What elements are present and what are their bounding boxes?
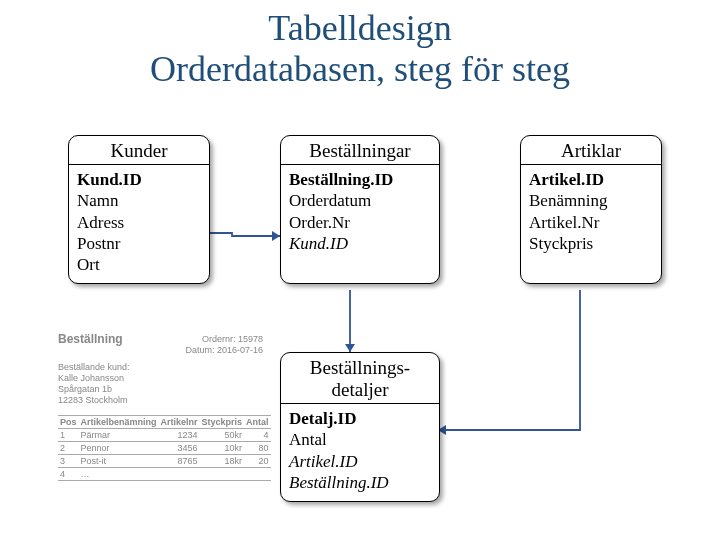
table-fields-artiklar: Artikel.ID Benämning Artikel.Nr Styckpri… xyxy=(521,164,661,283)
field: Order.Nr xyxy=(289,212,431,233)
table-artiklar: Artiklar Artikel.ID Benämning Artikel.Nr… xyxy=(520,135,662,284)
table-detaljer: Beställnings- detaljer Detalj.ID Antal A… xyxy=(280,352,440,502)
table-row: 3Post-it876518kr20 xyxy=(58,454,271,467)
svg-marker-1 xyxy=(345,344,355,352)
table-fields-kunder: Kund.ID Namn Adress Postnr Ort xyxy=(69,164,209,283)
table-title-bestallningar: Beställningar xyxy=(281,136,439,164)
table-title-artiklar: Artiklar xyxy=(521,136,661,164)
title-line1: Tabelldesign xyxy=(268,8,451,48)
table-title-kunder: Kunder xyxy=(69,136,209,164)
field: Kund.ID xyxy=(289,233,431,254)
table-fields-detaljer: Detalj.ID Antal Artikel.ID Beställning.I… xyxy=(281,403,439,501)
title-part: Beställnings- xyxy=(310,357,410,378)
table-fields-bestallningar: Beställning.ID Orderdatum Order.Nr Kund.… xyxy=(281,164,439,283)
field: Postnr xyxy=(77,233,201,254)
form-table: Pos Artikelbenämning Artikelnr Styckpris… xyxy=(58,415,271,481)
page-title: Tabelldesign Orderdatabasen, steg för st… xyxy=(0,0,720,91)
form-address: Beställande kund: Kalle Johansson Spårga… xyxy=(58,362,263,407)
field: Kund.ID xyxy=(77,169,201,190)
title-part: detaljer xyxy=(332,379,389,400)
field: Orderdatum xyxy=(289,190,431,211)
order-form-mock: Beställning Ordernr: 15978 Datum: 2016-0… xyxy=(58,332,263,481)
field: Antal xyxy=(289,429,431,450)
table-row: 2Pennor345610kr80 xyxy=(58,441,271,454)
table-row: 4… xyxy=(58,467,271,480)
field: Namn xyxy=(77,190,201,211)
field: Artikel.Nr xyxy=(529,212,653,233)
table-kunder: Kunder Kund.ID Namn Adress Postnr Ort xyxy=(68,135,210,284)
table-bestallningar: Beställningar Beställning.ID Orderdatum … xyxy=(280,135,440,284)
title-line2: Orderdatabasen, steg för steg xyxy=(150,49,570,89)
field: Ort xyxy=(77,254,201,275)
field: Beställning.ID xyxy=(289,169,431,190)
field: Benämning xyxy=(529,190,653,211)
field: Styckpris xyxy=(529,233,653,254)
field: Detalj.ID xyxy=(289,408,431,429)
table-row: 1Pärmar123450kr4 xyxy=(58,428,271,441)
field: Adress xyxy=(77,212,201,233)
field: Artikel.ID xyxy=(529,169,653,190)
field: Artikel.ID xyxy=(289,451,431,472)
svg-marker-0 xyxy=(272,231,280,241)
field: Beställning.ID xyxy=(289,472,431,493)
table-title-detaljer: Beställnings- detaljer xyxy=(281,353,439,403)
